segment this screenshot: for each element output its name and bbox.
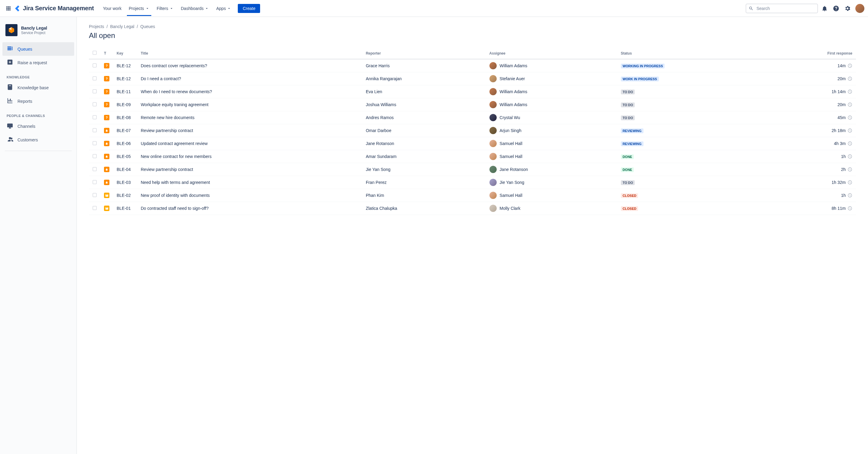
row-checkbox[interactable]: [93, 128, 97, 132]
assignee[interactable]: Crystal Wu: [490, 114, 614, 121]
nav-item-projects[interactable]: Projects: [126, 4, 153, 13]
status-badge[interactable]: DONE: [621, 154, 634, 159]
issue-title[interactable]: Updated contract agreement review: [137, 137, 362, 150]
row-checkbox[interactable]: [93, 89, 97, 93]
column-header[interactable]: Key: [113, 48, 137, 59]
status-badge[interactable]: WORKING IN PROGRESS: [621, 64, 665, 68]
column-header[interactable]: First response: [764, 48, 856, 59]
status-badge[interactable]: CLOSED: [621, 193, 638, 198]
settings-button[interactable]: [843, 4, 852, 13]
assignee[interactable]: Samuel Hall: [490, 192, 614, 199]
assignee[interactable]: William Adams: [490, 101, 614, 108]
table-row[interactable]: BLE-06 Updated contract agreement review…: [89, 137, 856, 150]
status-badge[interactable]: WORK IN PROGRESS: [621, 77, 659, 81]
product-logo[interactable]: Jira Service Management: [14, 5, 94, 12]
status-badge[interactable]: REVIEWING: [621, 141, 644, 146]
column-header[interactable]: T: [100, 48, 113, 59]
table-row[interactable]: BLE-07 Review partnership contract Omar …: [89, 124, 856, 137]
assignee[interactable]: William Adams: [490, 88, 614, 95]
breadcrumb-item[interactable]: Queues: [141, 24, 155, 29]
status-badge[interactable]: TO DO: [621, 180, 635, 185]
status-badge[interactable]: TO DO: [621, 90, 635, 94]
issue-title[interactable]: Do contracted staff need to sign-off?: [137, 202, 362, 215]
issue-key[interactable]: BLE-02: [113, 189, 137, 202]
table-row[interactable]: ? BLE-08 Remote new hire documents Andre…: [89, 111, 856, 124]
issue-title[interactable]: Workplace equity traning agreement: [137, 98, 362, 111]
issue-title[interactable]: New online contract for new members: [137, 150, 362, 163]
assignee[interactable]: Molly Clark: [490, 205, 614, 212]
issue-title[interactable]: Remote new hire documents: [137, 111, 362, 124]
issue-title[interactable]: Do I need a contract?: [137, 72, 362, 85]
row-checkbox[interactable]: [93, 167, 97, 171]
select-all-checkbox[interactable]: [93, 51, 97, 55]
issue-title[interactable]: Need help with terms and agreement: [137, 176, 362, 189]
table-row[interactable]: BLE-04 Review partnership contract Jie Y…: [89, 163, 856, 176]
column-header[interactable]: Status: [617, 48, 764, 59]
issue-key[interactable]: BLE-06: [113, 137, 137, 150]
table-row[interactable]: BLE-02 New proof of identity with docume…: [89, 189, 856, 202]
create-button[interactable]: Create: [238, 4, 260, 13]
status-badge[interactable]: DONE: [621, 167, 634, 172]
row-checkbox[interactable]: [93, 180, 97, 184]
sidebar-item-knowledge-base[interactable]: Knowledge base: [2, 81, 74, 94]
issue-key[interactable]: BLE-07: [113, 124, 137, 137]
table-row[interactable]: BLE-01 Do contracted staff need to sign-…: [89, 202, 856, 215]
sidebar-item-channels[interactable]: Channels: [2, 119, 74, 133]
issue-key[interactable]: BLE-03: [113, 176, 137, 189]
status-badge[interactable]: REVIEWING: [621, 128, 644, 133]
row-checkbox[interactable]: [93, 115, 97, 119]
row-checkbox[interactable]: [93, 102, 97, 107]
assignee[interactable]: Arjun Singh: [490, 127, 614, 134]
table-row[interactable]: BLE-05 New online contract for new membe…: [89, 150, 856, 163]
nav-item-dashboards[interactable]: Dashboards: [178, 4, 212, 13]
row-checkbox[interactable]: [93, 154, 97, 158]
nav-item-your-work[interactable]: Your work: [100, 4, 125, 13]
status-badge[interactable]: CLOSED: [621, 206, 638, 211]
issue-key[interactable]: BLE-09: [113, 98, 137, 111]
column-header[interactable]: Reporter: [362, 48, 486, 59]
table-row[interactable]: ? BLE-09 Workplace equity traning agreem…: [89, 98, 856, 111]
table-row[interactable]: ? BLE-12 Do I need a contract? Annika Ra…: [89, 72, 856, 85]
issue-key[interactable]: BLE-01: [113, 202, 137, 215]
sidebar-item-reports[interactable]: Reports: [2, 94, 74, 108]
issue-key[interactable]: BLE-12: [113, 72, 137, 85]
assignee[interactable]: Jie Yan Song: [490, 179, 614, 186]
issue-title[interactable]: Review partnership contract: [137, 124, 362, 137]
assignee[interactable]: Samuel Hall: [490, 140, 614, 147]
table-row[interactable]: ? BLE-12 Does contract cover replacement…: [89, 59, 856, 72]
issue-title[interactable]: Review partnership contract: [137, 163, 362, 176]
breadcrumb-item[interactable]: Bancly Legal: [110, 24, 134, 29]
row-checkbox[interactable]: [93, 206, 97, 210]
column-header[interactable]: [89, 48, 100, 59]
breadcrumb-item[interactable]: Projects: [89, 24, 104, 29]
search-input[interactable]: [746, 4, 818, 13]
table-row[interactable]: BLE-03 Need help with terms and agreemen…: [89, 176, 856, 189]
row-checkbox[interactable]: [93, 76, 97, 81]
notifications-button[interactable]: [820, 4, 830, 13]
assignee[interactable]: Jane Rotanson: [490, 166, 614, 173]
assignee[interactable]: Stefanie Auer: [490, 75, 614, 82]
status-badge[interactable]: TO DO: [621, 116, 635, 120]
help-button[interactable]: [831, 4, 841, 13]
user-avatar-button[interactable]: [855, 4, 864, 13]
sidebar-item-raise-a-request[interactable]: Raise a request: [2, 56, 74, 69]
project-header[interactable]: Bancly Legal Service Project: [2, 24, 74, 42]
row-checkbox[interactable]: [93, 141, 97, 145]
issue-key[interactable]: BLE-05: [113, 150, 137, 163]
issue-title[interactable]: Does contract cover replacements?: [137, 59, 362, 72]
issue-title[interactable]: When do I need to renew documents?: [137, 85, 362, 98]
row-checkbox[interactable]: [93, 63, 97, 67]
app-switcher-button[interactable]: [4, 4, 13, 13]
issue-key[interactable]: BLE-04: [113, 163, 137, 176]
row-checkbox[interactable]: [93, 193, 97, 197]
status-badge[interactable]: TO DO: [621, 102, 635, 107]
nav-item-apps[interactable]: Apps: [213, 4, 234, 13]
sidebar-item-queues[interactable]: Queues: [2, 42, 74, 56]
column-header[interactable]: Assignee: [486, 48, 617, 59]
issue-key[interactable]: BLE-12: [113, 59, 137, 72]
column-header[interactable]: Title: [137, 48, 362, 59]
sidebar-item-customers[interactable]: Customers: [2, 133, 74, 147]
issue-title[interactable]: New proof of identity with documents: [137, 189, 362, 202]
issue-key[interactable]: BLE-08: [113, 111, 137, 124]
issue-key[interactable]: BLE-11: [113, 85, 137, 98]
